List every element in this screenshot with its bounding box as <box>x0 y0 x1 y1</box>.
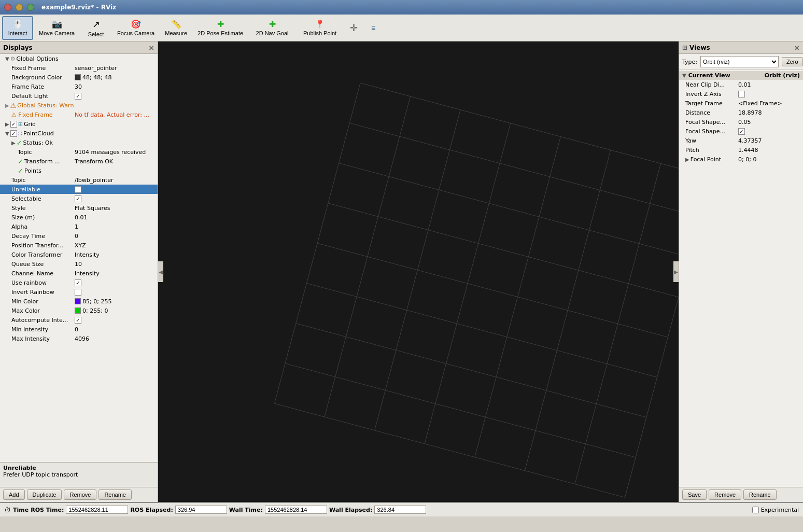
default-light-checkbox[interactable]: ✓ <box>75 93 81 100</box>
max-color-swatch[interactable] <box>75 307 81 314</box>
current-view-expand[interactable]: ▼ <box>682 73 686 78</box>
status-ok-label: Status: Ok <box>23 139 53 146</box>
tree-item-use-rainbow[interactable]: Use rainbow ✓ <box>0 278 158 287</box>
views-row-pitch: Pitch 1.4448 <box>679 145 803 155</box>
color-transformer-label: Color Transformer <box>11 251 62 258</box>
status-expand[interactable]: ▶ <box>11 140 16 146</box>
tree-item-color-transformer[interactable]: Color Transformer Intensity <box>0 250 158 259</box>
tree-item-unreliable[interactable]: Unreliable <box>0 185 158 194</box>
tree-item-background-color[interactable]: Background Color 48; 48; 48 <box>0 73 158 82</box>
select-icon: ↗ <box>92 19 100 30</box>
views-zero-button[interactable]: Zero <box>782 57 803 66</box>
duplicate-display-button[interactable]: Duplicate <box>27 489 62 500</box>
grid-checkbox[interactable]: ✓ <box>10 121 17 128</box>
min-color-swatch[interactable] <box>75 298 81 304</box>
tree-item-grid[interactable]: ▶ ✓ ⊞ Grid <box>0 119 158 129</box>
focal-point-expand[interactable]: ▶ <box>685 157 689 162</box>
maximize-button[interactable] <box>27 4 34 11</box>
tree-item-fixed-frame[interactable]: Fixed Frame sensor_pointer <box>0 63 158 73</box>
focus-camera-button[interactable]: 🎯 Focus Camera <box>112 16 159 40</box>
tree-item-autocompute[interactable]: Autocompute Inte... ✓ <box>0 315 158 325</box>
move-camera-button[interactable]: 📷 Move Camera <box>34 16 79 40</box>
views-close-button[interactable]: × <box>794 44 800 52</box>
measure-button[interactable]: 📏 Measure <box>160 16 192 40</box>
minimize-button[interactable] <box>16 4 23 11</box>
tree-item-global-options[interactable]: ▼ ⚙ Global Options <box>0 54 158 63</box>
tree-item-min-color[interactable]: Min Color 85; 0; 255 <box>0 297 158 306</box>
tree-item-channel-name[interactable]: Channel Name intensity <box>0 269 158 278</box>
rename-view-button[interactable]: Rename <box>743 489 777 500</box>
experimental-checkbox[interactable] <box>752 507 759 513</box>
autocompute-checkbox[interactable]: ✓ <box>75 317 81 324</box>
queue-size-value: 10 <box>75 261 82 268</box>
tree-item-position-transformer[interactable]: Position Transfor... XYZ <box>0 241 158 250</box>
unreliable-checkbox[interactable] <box>75 186 81 193</box>
views-icon: ⊞ <box>682 44 687 51</box>
tree-item-style[interactable]: Style Flat Squares <box>0 203 158 213</box>
tree-item-pointcloud[interactable]: ▼ ✓ ∷ PointCloud <box>0 129 158 138</box>
experimental-area: Experimental <box>752 507 799 513</box>
global-expand-arrow[interactable]: ▼ <box>5 56 9 62</box>
tree-item-topic[interactable]: Topic /lbwb_pointer <box>0 175 158 185</box>
remove-display-button[interactable]: Remove <box>64 489 96 500</box>
left-collapse-handle[interactable]: ◀ <box>158 261 163 282</box>
select-button[interactable]: ↗ Select <box>80 16 111 40</box>
tree-item-topic-messages[interactable]: Topic 9104 messages received <box>0 147 158 157</box>
tree-item-size[interactable]: Size (m) 0.01 <box>0 213 158 222</box>
displays-close-button[interactable]: × <box>148 44 154 52</box>
save-view-button[interactable]: Save <box>682 489 707 500</box>
pointcloud-expand[interactable]: ▼ <box>5 131 9 136</box>
remove-view-button[interactable]: Remove <box>709 489 741 500</box>
publish-point-button[interactable]: 📍 Publish Point <box>297 16 343 40</box>
views-current-view-header[interactable]: ▼ Current View Orbit (rviz) <box>679 71 803 80</box>
tree-item-global-status[interactable]: ▶ ⚠ Global Status: Warn <box>0 101 158 110</box>
tree-item-decay-time[interactable]: Decay Time 0 <box>0 231 158 241</box>
grid-expand[interactable]: ▶ <box>5 121 9 127</box>
add-button[interactable]: ✛ <box>344 16 363 40</box>
add-icon: ✛ <box>350 22 358 34</box>
viewport[interactable]: ◀ ▶ <box>158 41 679 502</box>
displays-header: Displays × <box>0 41 158 54</box>
tree-item-max-color[interactable]: Max Color 0; 255; 0 <box>0 306 158 315</box>
bg-color-swatch[interactable] <box>75 74 81 80</box>
ros-elapsed-input[interactable] <box>175 506 227 514</box>
right-collapse-handle[interactable]: ▶ <box>673 261 679 282</box>
global-status-expand[interactable]: ▶ <box>5 103 9 108</box>
tree-item-transform[interactable]: ✓ Transform ... Transform OK <box>0 157 158 166</box>
more-button[interactable]: ≡ <box>364 16 383 40</box>
invert-z-checkbox[interactable] <box>738 91 745 97</box>
ros-time-input[interactable] <box>66 506 128 514</box>
selectable-checkbox[interactable]: ✓ <box>75 195 81 202</box>
use-rainbow-checkbox[interactable]: ✓ <box>75 279 81 286</box>
pointcloud-checkbox[interactable]: ✓ <box>10 130 17 137</box>
pose-estimate-button[interactable]: ✚ 2D Pose Estimate <box>193 16 248 40</box>
rename-display-button[interactable]: Rename <box>98 489 132 500</box>
fixed-frame-warn-label: ⚠ Fixed Frame <box>11 111 53 118</box>
views-row-focal-shape1: Focal Shape... 0.05 <box>679 117 803 127</box>
views-type-select[interactable]: Orbit (rviz) XY Orbit (rviz) TopDownOrth… <box>700 56 779 67</box>
size-value: 0.01 <box>75 214 88 221</box>
tree-item-invert-rainbow[interactable]: Invert Rainbow <box>0 287 158 297</box>
close-button[interactable] <box>4 4 11 11</box>
tree-item-frame-rate[interactable]: Frame Rate 30 <box>0 82 158 91</box>
nav-goal-button[interactable]: ✚ 2D Nav Goal <box>249 16 295 40</box>
tree-item-selectable[interactable]: Selectable ✓ <box>0 194 158 203</box>
add-display-button[interactable]: Add <box>3 489 25 500</box>
tree-item-points[interactable]: ✓ Points <box>0 166 158 175</box>
tree-item-fixed-frame-warn[interactable]: ⚠ Fixed Frame No tf data. Actual error: … <box>0 110 158 119</box>
current-view-type: Orbit (rviz) <box>765 72 800 79</box>
wall-time-input[interactable] <box>265 506 327 514</box>
focal-shape-checkbox[interactable]: ✓ <box>738 128 745 135</box>
invert-rainbow-checkbox[interactable] <box>75 289 81 296</box>
wall-elapsed-input[interactable] <box>374 506 426 514</box>
autocompute-label: Autocompute Inte... <box>11 317 68 324</box>
tree-item-max-intensity[interactable]: Max Intensity 4096 <box>0 334 158 343</box>
interact-button[interactable]: 🖱️ Interact <box>2 16 33 40</box>
tree-item-default-light[interactable]: Default Light ✓ <box>0 91 158 101</box>
tree-item-queue-size[interactable]: Queue Size 10 <box>0 259 158 269</box>
tree-item-status-ok[interactable]: ▶ ✓ Status: Ok <box>0 138 158 147</box>
tree-item-min-intensity[interactable]: Min Intensity 0 <box>0 325 158 334</box>
views-row-yaw: Yaw 4.37357 <box>679 136 803 145</box>
tree-item-alpha[interactable]: Alpha 1 <box>0 222 158 231</box>
displays-tree: ▼ ⚙ Global Options Fixed Frame sensor_po… <box>0 54 158 462</box>
